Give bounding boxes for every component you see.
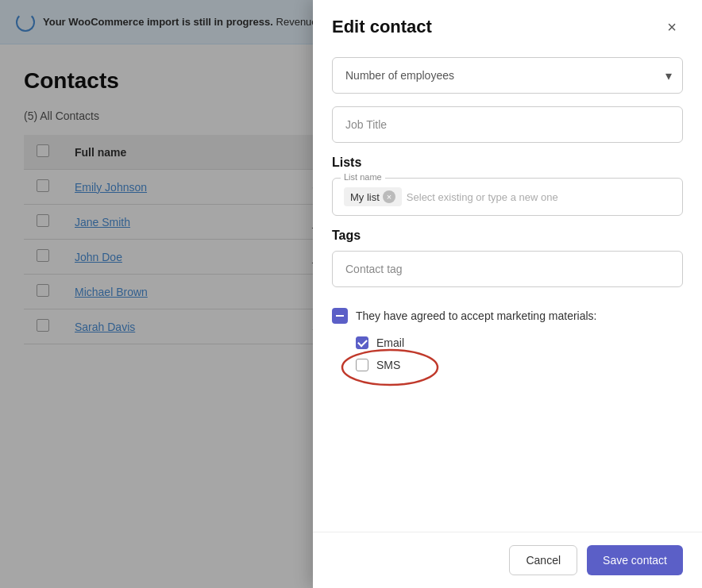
modal-header: Edit contact × xyxy=(313,0,702,51)
marketing-label: They have agreed to accept marketing mat… xyxy=(356,309,597,322)
list-name-label: List name xyxy=(341,172,385,182)
minus-icon xyxy=(332,308,348,324)
modal-title: Edit contact xyxy=(332,17,432,37)
list-input-row[interactable]: List name My list × Select existing or t… xyxy=(332,178,683,216)
email-checkbox-row[interactable]: Email xyxy=(332,332,683,354)
lists-section: Lists List name My list × Select existin… xyxy=(332,156,683,216)
employees-field: Number of employees 1-1011-5051-200201-5… xyxy=(332,57,683,94)
lists-label: Lists xyxy=(332,156,683,170)
employees-select-wrapper: Number of employees 1-1011-5051-200201-5… xyxy=(332,57,683,94)
cancel-button[interactable]: Cancel xyxy=(509,545,577,575)
modal-body: Number of employees 1-1011-5051-200201-5… xyxy=(313,51,702,532)
marketing-section: They have agreed to accept marketing mat… xyxy=(332,300,683,376)
employees-select[interactable]: Number of employees 1-1011-5051-200201-5… xyxy=(332,57,683,94)
email-checkbox-label: Email xyxy=(376,336,404,349)
tags-section: Tags xyxy=(332,229,683,287)
edit-contact-modal: Edit contact × Number of employees 1-101… xyxy=(313,0,702,588)
marketing-header-row: They have agreed to accept marketing mat… xyxy=(332,300,683,332)
list-placeholder: Select existing or type a new one xyxy=(407,191,558,203)
save-contact-button[interactable]: Save contact xyxy=(587,545,683,575)
sms-checkbox[interactable] xyxy=(356,359,368,371)
remove-mylist-button[interactable]: × xyxy=(383,190,395,203)
sms-checkbox-row[interactable]: SMS xyxy=(332,354,683,376)
job-title-field xyxy=(332,106,683,143)
contact-tag-input[interactable] xyxy=(332,251,683,287)
tags-label: Tags xyxy=(332,229,683,243)
my-list-chip: My list × xyxy=(344,187,402,206)
modal-footer: Cancel Save contact xyxy=(313,532,702,588)
email-checkbox[interactable] xyxy=(356,336,368,349)
sms-checkbox-label: SMS xyxy=(376,359,400,371)
close-button[interactable]: × xyxy=(661,16,683,38)
job-title-input[interactable] xyxy=(332,106,683,143)
